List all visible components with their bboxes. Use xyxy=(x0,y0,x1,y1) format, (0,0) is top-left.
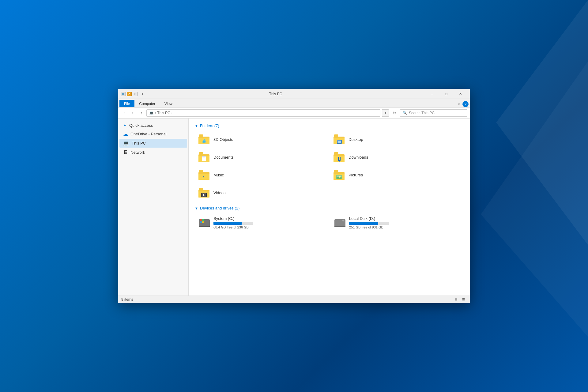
drives-section-header: ▼ Devices and drives (2) xyxy=(195,206,464,210)
c-drive-info: System (C:) 68.4 GB free of 236 GB xyxy=(213,216,325,229)
close-button[interactable]: ✕ xyxy=(453,89,467,99)
ribbon: File Computer View ▾ ? xyxy=(118,99,470,107)
folder-item-music[interactable]: ♪ Music xyxy=(195,167,329,183)
desktop-icon-wrap xyxy=(333,134,345,145)
sidebar-label-quick-access: Quick access xyxy=(129,123,153,128)
drive-item-c[interactable]: System (C:) 68.4 GB free of 236 GB xyxy=(195,213,328,232)
folder-item-desktop[interactable]: Desktop xyxy=(330,131,464,148)
ribbon-help-button[interactable]: ? xyxy=(462,101,469,107)
view-btn-details[interactable]: ☰ xyxy=(460,297,467,302)
folder-item-pictures[interactable]: Pictures xyxy=(330,167,464,183)
folder-label-videos: Videos xyxy=(213,190,226,195)
view-btn-large-icons[interactable]: ⊞ xyxy=(453,297,459,302)
tab-file[interactable]: File xyxy=(119,100,134,107)
up-button[interactable]: ↑ xyxy=(138,110,145,116)
folder-item-videos[interactable]: Videos xyxy=(195,184,329,201)
ribbon-tabs: File Computer View ▾ ? xyxy=(118,99,470,107)
d-drive-icon xyxy=(334,217,346,228)
search-input[interactable] xyxy=(409,111,465,115)
address-dropdown-button[interactable]: ▾ xyxy=(382,109,389,117)
folder-item-3d-objects[interactable]: 3D Objects xyxy=(195,131,329,148)
d-drive-info: Local Disk (D:) 251 GB free of 931 GB xyxy=(349,216,460,229)
back-button[interactable]: ‹ xyxy=(121,110,127,116)
sidebar-item-onedrive[interactable]: ☁ OneDrive - Personal xyxy=(119,130,187,138)
sidebar: ✦ Quick access ☁ OneDrive - Personal 💻 T… xyxy=(118,119,189,296)
folder-label-documents: Documents xyxy=(213,155,234,160)
title-bar-left-icons: ✓ □ xyxy=(121,92,138,96)
c-drive-bar xyxy=(213,222,242,225)
path-computer-icon: 💻 xyxy=(149,111,154,115)
status-view-buttons: ⊞ ☰ xyxy=(453,297,467,302)
folders-section-title: Folders (7) xyxy=(200,123,219,128)
title-bar-separator xyxy=(140,91,140,97)
svg-marker-1 xyxy=(481,61,588,337)
d-drive-bar-wrap xyxy=(349,222,389,225)
sidebar-label-network: Network xyxy=(130,150,145,155)
drives-grid: System (C:) 68.4 GB free of 236 GB xyxy=(195,213,464,232)
title-bar-dropdown-arrow[interactable]: ▾ xyxy=(142,92,143,96)
svg-rect-3 xyxy=(122,93,124,95)
sidebar-item-this-pc[interactable]: 💻 This PC xyxy=(119,139,187,148)
minimize-button[interactable]: ─ xyxy=(425,89,439,99)
drives-section-title: Devices and drives (2) xyxy=(200,206,239,210)
file-explorer-window: ✓ □ ▾ This PC ─ □ ✕ File Computer View ▾… xyxy=(118,89,470,303)
tab-computer[interactable]: Computer xyxy=(134,100,160,107)
d-drive-label: Local Disk (D:) xyxy=(349,216,460,221)
folder-item-documents[interactable]: Documents xyxy=(195,149,329,165)
3d-objects-icon-wrap xyxy=(198,134,210,145)
folder-label-downloads: Downloads xyxy=(349,155,368,160)
maximize-button[interactable]: □ xyxy=(439,89,453,99)
ribbon-tab-end: ▾ ? xyxy=(457,101,469,107)
status-item-count: 9 items xyxy=(121,297,453,302)
downloads-icon-wrap xyxy=(333,152,345,163)
network-icon: 🖥 xyxy=(123,149,128,155)
pictures-icon-wrap xyxy=(333,169,345,180)
c-drive-icon xyxy=(198,217,210,228)
tab-view[interactable]: View xyxy=(160,100,177,107)
sidebar-label-this-pc: This PC xyxy=(132,141,146,145)
search-box[interactable]: 🔍 xyxy=(400,109,467,117)
drives-chevron[interactable]: ▼ xyxy=(195,206,198,210)
d-drive-size: 251 GB free of 931 GB xyxy=(349,225,460,229)
sidebar-item-network[interactable]: 🖥 Network xyxy=(119,148,187,156)
c-drive-bar-wrap xyxy=(213,222,253,225)
refresh-button[interactable]: ↻ xyxy=(391,109,398,117)
folders-chevron[interactable]: ▼ xyxy=(195,124,198,128)
folder-label-music: Music xyxy=(213,173,224,177)
title-bar-controls: ─ □ ✕ xyxy=(425,89,467,99)
address-bar: ‹ › ↑ 💻 › This PC › ▾ ↻ 🔍 xyxy=(118,107,470,119)
path-chevron: › xyxy=(155,111,156,115)
sidebar-item-quick-access[interactable]: ✦ Quick access xyxy=(119,121,187,129)
folder-item-downloads[interactable]: Downloads xyxy=(330,149,464,165)
svg-marker-0 xyxy=(496,0,588,245)
ribbon-expand-icon[interactable]: ▾ xyxy=(457,102,461,106)
content-area: ✦ Quick access ☁ OneDrive - Personal 💻 T… xyxy=(118,119,470,296)
folder-label-pictures: Pictures xyxy=(349,173,363,177)
drive-item-d[interactable]: Local Disk (D:) 251 GB free of 931 GB xyxy=(330,213,464,232)
path-label: This PC xyxy=(157,111,170,115)
c-drive-size: 68.4 GB free of 236 GB xyxy=(213,225,325,229)
documents-icon-wrap xyxy=(198,152,210,163)
folders-section-header: ▼ Folders (7) xyxy=(195,123,464,128)
title-bar: ✓ □ ▾ This PC ─ □ ✕ xyxy=(118,89,470,99)
page-icon: □ xyxy=(133,92,138,96)
forward-button[interactable]: › xyxy=(129,110,136,116)
search-icon: 🔍 xyxy=(403,111,407,115)
onedrive-icon: ☁ xyxy=(123,131,128,137)
videos-icon-wrap xyxy=(198,187,210,198)
window-title: This PC xyxy=(145,92,407,96)
folders-grid: 3D Objects Desktop xyxy=(195,131,464,201)
path-end-chevron: › xyxy=(172,111,172,115)
d-drive-bar xyxy=(349,222,378,225)
address-path[interactable]: 💻 › This PC › xyxy=(146,109,380,117)
music-icon-wrap: ♪ xyxy=(198,169,210,180)
folder-label-3d-objects: 3D Objects xyxy=(213,137,233,142)
checkmark-icon: ✓ xyxy=(127,92,132,96)
quick-access-icon: ✦ xyxy=(123,123,127,128)
folder-label-desktop: Desktop xyxy=(349,137,363,142)
status-bar: 9 items ⊞ ☰ xyxy=(118,296,470,303)
main-content: ▼ Folders (7) xyxy=(189,119,470,296)
this-pc-icon: 💻 xyxy=(123,140,129,146)
svg-rect-5 xyxy=(203,141,205,143)
window-icon xyxy=(121,92,126,96)
